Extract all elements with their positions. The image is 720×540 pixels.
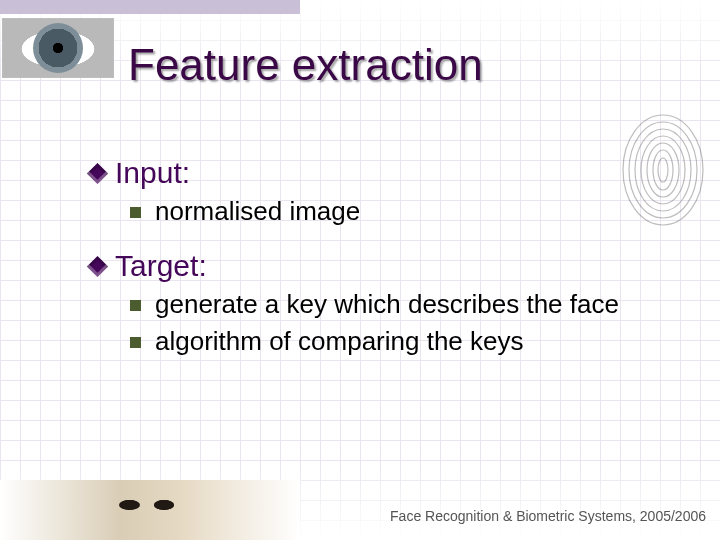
square-bullet-icon [130, 337, 141, 348]
bullet-text: normalised image [155, 196, 360, 227]
bullet-level2: generate a key which describes the face [130, 289, 690, 320]
bullet-level2: normalised image [130, 196, 690, 227]
square-bullet-icon [130, 207, 141, 218]
bullet-text: algorithm of comparing the keys [155, 326, 524, 357]
eye-image [2, 18, 114, 78]
section-heading: Input: [115, 156, 190, 190]
bullet-text: generate a key which describes the face [155, 289, 619, 320]
slide: { "title": "Feature extraction", "sectio… [0, 0, 720, 540]
bullet-level2: algorithm of comparing the keys [130, 326, 690, 357]
diamond-bullet-icon [87, 163, 108, 184]
footer-text: Face Recognition & Biometric Systems, 20… [390, 508, 706, 524]
slide-title: Feature extraction [128, 40, 483, 90]
section-heading: Target: [115, 249, 207, 283]
square-bullet-icon [130, 300, 141, 311]
bullet-level1: Target: [90, 249, 690, 283]
content-area: Input: normalised image Target: generate… [90, 150, 690, 357]
bullet-level1: Input: [90, 156, 690, 190]
face-strip-image [0, 480, 300, 540]
diamond-bullet-icon [87, 256, 108, 277]
decor-top-bar [0, 0, 300, 14]
